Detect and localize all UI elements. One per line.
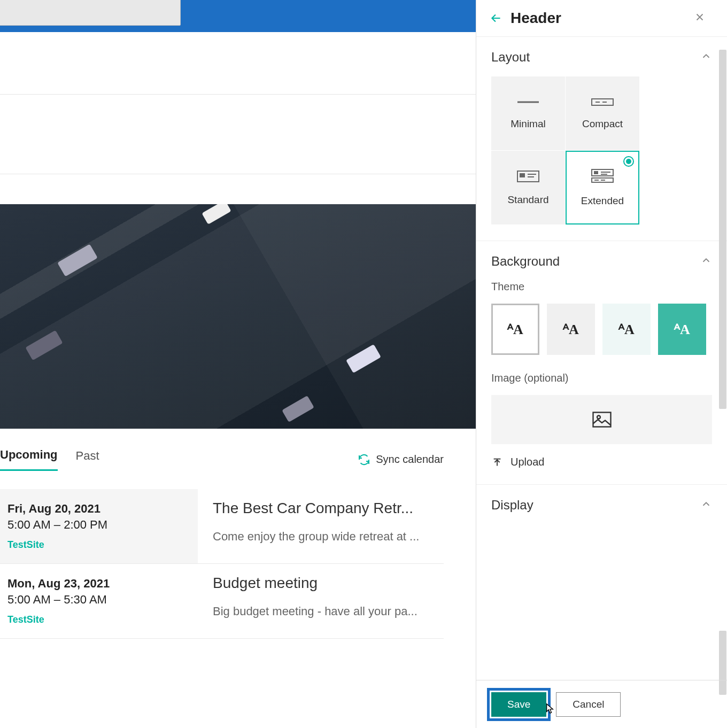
layout-section-title: Layout [491,50,530,65]
tab-upcoming[interactable]: Upcoming [0,448,58,471]
theme-preview-icon: ᴬA [563,321,579,338]
background-section-title: Background [491,254,560,269]
close-button[interactable] [694,11,706,25]
layout-option-standard[interactable]: Standard [491,151,565,224]
collapse-display-button[interactable] [700,498,712,512]
sync-icon [358,453,370,466]
event-site-link[interactable]: TestSite [7,539,192,551]
theme-preview-icon: ᴬA [618,321,635,338]
event-title: The Best Car Company Retr... [213,500,444,517]
chevron-up-icon [700,254,712,266]
event-description: Big budget meeting - have all your pa... [213,605,444,618]
layout-option-label: Minimal [511,118,545,130]
event-item[interactable]: Fri, Aug 20, 2021 5:00 AM – 2:00 PM Test… [0,489,444,564]
sync-calendar-button[interactable]: Sync calendar [358,453,444,466]
scrollbar-thumb[interactable] [719,50,726,409]
event-site-link[interactable]: TestSite [7,614,192,625]
selected-indicator-icon [623,156,634,167]
image-icon [592,412,612,428]
layout-option-label: Standard [507,194,548,206]
collapse-background-button[interactable] [700,254,712,268]
main-content: Upcoming Past Sync calendar Fri, Aug 20,… [0,32,476,727]
panel-title: Header [511,10,561,27]
theme-preview-icon: ᴬA [674,321,690,338]
event-time: 5:00 AM – 2:00 PM [7,518,192,532]
upload-button[interactable]: Upload [491,456,712,468]
layout-option-extended[interactable]: Extended [566,151,639,224]
chevron-up-icon [700,50,712,62]
layout-option-label: Compact [582,118,623,130]
minimal-layout-icon [515,97,542,107]
event-description: Come enjoy the group wide retreat at ... [213,530,444,544]
standard-layout-icon [515,169,542,183]
extended-layout-icon [589,168,616,184]
event-date: Fri, Aug 20, 2021 [7,502,192,516]
chevron-up-icon [700,498,712,510]
theme-option-light[interactable]: ᴬA [547,304,595,355]
event-item[interactable]: Mon, Aug 23, 2021 5:00 AM – 5:30 AM Test… [0,564,444,639]
sync-calendar-label: Sync calendar [376,453,444,466]
save-button[interactable]: Save [491,692,546,717]
svg-rect-5 [520,173,525,177]
theme-option-tint[interactable]: ᴬA [602,304,651,355]
theme-label: Theme [491,281,712,293]
collapse-layout-button[interactable] [700,50,712,64]
layout-option-compact[interactable]: Compact [566,76,639,150]
close-icon [694,11,706,23]
event-date: Mon, Aug 23, 2021 [7,577,192,591]
upload-icon [491,456,503,468]
compact-layout-icon [589,97,616,107]
search-input[interactable] [0,0,181,26]
theme-option-white[interactable]: ᴬA [491,304,539,355]
layout-option-minimal[interactable]: Minimal [491,76,565,150]
layout-option-label: Extended [581,195,624,207]
display-section-title: Display [491,498,533,513]
event-time: 5:00 AM – 5:30 AM [7,593,192,607]
cursor-icon [545,703,554,715]
theme-option-accent[interactable]: ᴬA [658,304,706,355]
event-title: Budget meeting [213,575,444,592]
svg-rect-9 [594,171,598,174]
theme-preview-icon: ᴬA [507,321,523,338]
header-settings-panel: Header Layout Minimal Compact [476,0,727,728]
svg-point-16 [597,416,600,419]
arrow-left-icon [489,11,503,25]
cancel-button[interactable]: Cancel [556,692,621,717]
back-button[interactable] [489,11,503,25]
site-header-image [0,204,476,429]
upload-label: Upload [511,456,544,468]
image-label: Image (optional) [491,372,712,384]
tab-past[interactable]: Past [76,449,99,470]
svg-rect-15 [593,413,610,427]
image-placeholder[interactable] [491,395,712,444]
